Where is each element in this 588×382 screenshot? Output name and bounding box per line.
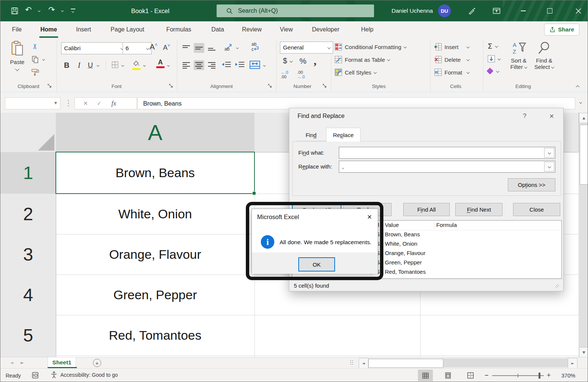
bold-button[interactable]: B — [62, 60, 72, 71]
number-format-combo[interactable]: General — [280, 42, 333, 54]
horizontal-scroll-thumb[interactable] — [368, 359, 443, 368]
tab-review[interactable]: Review — [239, 21, 265, 38]
align-right-button[interactable] — [206, 60, 217, 70]
row-header-2[interactable]: 2 — [0, 194, 56, 234]
fill-color-dropdown-icon[interactable] — [143, 64, 146, 67]
account-name[interactable]: Daniel Uchenna — [383, 0, 433, 21]
font-name-combo[interactable]: Calibri — [61, 42, 126, 54]
replace-with-dropdown[interactable] — [544, 162, 554, 172]
name-box[interactable]: ▼ — [5, 97, 60, 109]
align-bottom-button[interactable] — [206, 43, 217, 53]
tab-home[interactable]: Home — [36, 21, 61, 38]
find-all-button[interactable]: Find All — [403, 203, 450, 216]
dialog-help-button[interactable]: ? — [517, 110, 532, 122]
maximize-button[interactable] — [541, 0, 558, 21]
shrink-font-button[interactable]: A˅ — [163, 43, 170, 52]
macro-record-button[interactable] — [32, 372, 39, 380]
cancel-entry-icon[interactable]: ✕ — [83, 100, 88, 107]
format-as-table-button[interactable]: Format as Table — [335, 54, 390, 65]
avatar[interactable]: DU — [438, 4, 451, 17]
qat-customize-button[interactable] — [71, 9, 75, 9]
share-button[interactable]: Share — [544, 24, 579, 36]
font-dialog-launcher[interactable] — [169, 83, 173, 90]
cut-button[interactable]: ✂ — [31, 43, 39, 49]
insert-function-icon[interactable]: fx — [111, 100, 116, 107]
orientation-dropdown-icon[interactable] — [236, 46, 239, 49]
align-middle-button[interactable] — [194, 43, 204, 53]
borders-button[interactable] — [111, 61, 119, 70]
fill-color-button[interactable] — [132, 60, 141, 70]
increase-decimal-button[interactable]: ←.0 .00 — [281, 70, 288, 79]
find-next-button[interactable]: Find Next — [455, 203, 503, 216]
cell-a5[interactable]: Red, Tomantoes — [56, 315, 254, 355]
orientation-button[interactable]: ab — [224, 42, 233, 54]
sort-filter-button[interactable]: AZ Sort & Filter — [507, 41, 530, 70]
add-sheet-button[interactable]: + — [93, 359, 101, 367]
row-header-5[interactable]: 5 — [0, 315, 56, 356]
sheetbar-grip[interactable] — [350, 360, 351, 361]
tab-view[interactable]: View — [275, 21, 297, 38]
copy-button[interactable] — [32, 56, 39, 65]
decrease-decimal-button[interactable]: .00 →.0 — [297, 70, 305, 79]
close-window-button[interactable] — [569, 0, 588, 21]
ribbon-display-options-button[interactable] — [490, 6, 503, 16]
cell-a3[interactable]: Orange, Flavour — [56, 234, 254, 275]
row-header-1[interactable]: 1 — [0, 152, 56, 194]
message-box-close-button[interactable]: ✕ — [363, 211, 376, 222]
cell-a4[interactable]: Green, Pepper — [56, 275, 254, 315]
wrap-text-button[interactable]: abc — [251, 42, 260, 54]
scroll-right-button[interactable]: ► — [568, 358, 578, 369]
grow-font-button[interactable]: A˄ — [150, 42, 157, 51]
number-dialog-launcher[interactable] — [323, 83, 327, 90]
ok-button[interactable]: OK — [298, 257, 335, 272]
row-header-3[interactable]: 3 — [0, 234, 56, 275]
percent-style-button[interactable]: % — [299, 57, 307, 66]
zoom-slider-thumb[interactable] — [539, 373, 540, 379]
options-button[interactable]: Options >> — [508, 178, 555, 191]
comma-style-button[interactable]: , — [314, 54, 317, 67]
search-input[interactable]: Search (Alt+Q) — [217, 4, 374, 17]
accessibility-status[interactable]: Accessibility: Good to go — [51, 371, 118, 379]
redo-button[interactable]: ↷ — [48, 5, 55, 14]
tab-data[interactable]: Data — [207, 21, 228, 38]
format-painter-button[interactable] — [31, 69, 39, 78]
clipboard-dialog-launcher[interactable] — [48, 83, 52, 90]
font-color-dropdown-icon[interactable] — [167, 64, 170, 67]
font-color-button[interactable]: A — [156, 59, 165, 68]
collapse-ribbon-button[interactable] — [576, 85, 580, 89]
whats-new-button[interactable] — [465, 6, 479, 16]
fill-button[interactable] — [488, 55, 500, 63]
tab-page-layout[interactable]: Page Layout — [105, 21, 150, 38]
zoom-level[interactable]: 370% — [561, 373, 575, 379]
align-center-button[interactable] — [194, 60, 204, 70]
scroll-up-button[interactable]: ▲ — [579, 113, 588, 123]
view-normal-button[interactable] — [418, 370, 433, 381]
find-what-dropdown[interactable] — [544, 148, 554, 158]
col-formula[interactable]: Formula — [436, 222, 457, 228]
zoom-in-button[interactable]: + — [547, 372, 551, 379]
copy-dropdown-icon[interactable] — [42, 58, 45, 61]
view-page-break-button[interactable] — [463, 370, 478, 381]
sheet-tab-sheet1[interactable]: Sheet1 — [48, 357, 76, 367]
underline-dropdown-icon[interactable] — [97, 64, 99, 67]
find-what-input[interactable] — [339, 147, 555, 159]
save-button[interactable] — [9, 6, 20, 16]
view-page-layout-button[interactable] — [440, 370, 455, 381]
alignment-dialog-launcher[interactable] — [268, 83, 272, 90]
tab-file[interactable]: File — [7, 21, 27, 38]
find-tab[interactable]: Find — [296, 129, 326, 141]
zoom-out-button[interactable]: − — [485, 372, 489, 379]
undo-button[interactable]: ↶ — [25, 5, 32, 14]
accounting-format-button[interactable]: $ — [283, 57, 292, 65]
row-header-4[interactable]: 4 — [0, 275, 56, 315]
conditional-formatting-button[interactable]: Conditional Formatting — [335, 42, 406, 52]
italic-button[interactable]: I — [75, 60, 84, 71]
find-select-button[interactable]: Find & Select — [533, 41, 556, 70]
select-all-corner[interactable] — [0, 113, 56, 152]
autosum-button[interactable]: Σ — [488, 42, 498, 51]
redo-dropdown-icon[interactable] — [61, 9, 64, 12]
column-header-a[interactable]: A — [56, 113, 255, 152]
dialog-close-button[interactable]: ✕ — [543, 110, 560, 122]
sheet-nav-left-icon[interactable]: ◄ — [10, 360, 13, 365]
tab-insert[interactable]: Insert — [72, 21, 95, 38]
